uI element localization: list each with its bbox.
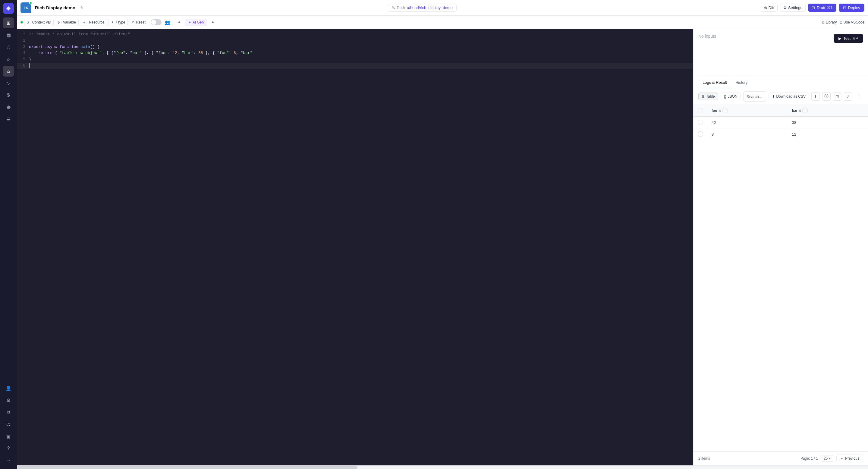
- library-icon: ⧉: [822, 20, 825, 24]
- per-page-select[interactable]: 25 ▾: [821, 455, 833, 462]
- toggle-knob: [151, 20, 156, 25]
- app-title: Rich Display demo: [35, 5, 75, 10]
- table-footer: 2 items Page: 1 / 1 25 ▾ ← Previous: [693, 451, 868, 465]
- result-toolbar-right: ⬇ ⓘ ⊡ ⤢ ⋮: [811, 92, 863, 101]
- table-row: 8 12: [693, 128, 868, 140]
- sidebar-item-variables[interactable]: $: [3, 90, 14, 101]
- sidebar-item-dashboard[interactable]: ▦: [3, 30, 14, 40]
- editor-scrollbar[interactable]: [17, 465, 868, 469]
- table-header: foo ⇅ bar ⇅: [693, 105, 868, 117]
- vscode-button[interactable]: ⊡ Use VSCode: [839, 20, 864, 24]
- right-panel: No inputs ▶ Test ⌘↵ Logs & Result Histor…: [693, 29, 868, 465]
- sidebar-item-settings[interactable]: ⚙: [3, 395, 14, 406]
- reset-button[interactable]: ↺ Reset: [129, 19, 148, 26]
- sidebar-item-eye[interactable]: ◉: [3, 431, 14, 442]
- sidebar-item-expand[interactable]: →: [3, 455, 14, 466]
- copy-icon-btn[interactable]: ⊡: [833, 92, 841, 101]
- sidebar-item-editor[interactable]: ⌂: [3, 66, 14, 76]
- toggle-switch[interactable]: [151, 19, 161, 25]
- toolbar-right: ⧉ Library ⊡ Use VSCode: [822, 20, 864, 24]
- row2-checkbox[interactable]: [698, 131, 703, 137]
- scrollbar-thumb: [17, 466, 358, 469]
- draft-button[interactable]: ⊡ Draft ⌘S: [808, 4, 836, 12]
- editor-area: 1 // import * as wmill from "windmill-cl…: [17, 29, 868, 465]
- sidebar-item-star[interactable]: ☆: [3, 41, 14, 53]
- foo-sort-icon[interactable]: ⇅: [718, 109, 721, 113]
- variable-button[interactable]: $ +Variable: [55, 19, 79, 26]
- sidebar-item-schedules[interactable]: ☰: [3, 114, 14, 125]
- user-icon[interactable]: 👥: [163, 18, 173, 27]
- sparkle-icon[interactable]: ✦: [208, 18, 217, 27]
- items-count: 2 items: [698, 456, 710, 461]
- path-bar[interactable]: ✎ Path u/henri/rich_display_demo: [388, 4, 457, 12]
- sidebar-item-resources[interactable]: ❋: [3, 102, 14, 113]
- row2-foo: 8: [707, 128, 787, 140]
- row2-bar: 12: [787, 128, 868, 140]
- foo-col-checkbox[interactable]: [722, 108, 727, 113]
- deploy-icon: ⊡: [843, 5, 846, 10]
- reset-icon: ↺: [132, 20, 135, 24]
- resource-icon: ✦: [83, 20, 86, 24]
- expand-icon-btn[interactable]: ⤢: [844, 92, 852, 101]
- resource-button[interactable]: ✦ +Resource: [80, 19, 107, 26]
- search-input[interactable]: [747, 94, 763, 99]
- sidebar-item-user[interactable]: 👤: [3, 383, 14, 394]
- tab-history[interactable]: History: [731, 77, 752, 88]
- sidebar-item-help[interactable]: ?: [3, 443, 14, 454]
- settings-button[interactable]: ⚙ Settings: [780, 4, 806, 12]
- row1-foo: 42: [707, 117, 787, 128]
- bar-col-checkbox[interactable]: [802, 108, 808, 113]
- sidebar-item-home[interactable]: ⊞: [3, 18, 14, 28]
- download-icon-btn[interactable]: ⬇: [811, 92, 820, 101]
- toolbar: $ +Context Var $ +Variable ✦ +Resource ✦…: [17, 16, 868, 29]
- sidebar: ⊞ ▦ ☆ ⌕ ⌂ ▷ $ ❋ ☰ 👤 ⚙ ⧉ 🗂 ◉ ? →: [0, 0, 17, 469]
- diff-button[interactable]: ⊕ Diff: [761, 4, 778, 12]
- previous-button[interactable]: ← Previous: [836, 455, 863, 462]
- edit-icon[interactable]: ✎: [80, 5, 84, 10]
- topbar: TS Rich Display demo ✎ ✎ Path u/henri/ri…: [17, 0, 868, 16]
- type-button[interactable]: ✦ +Type: [108, 19, 128, 26]
- test-button[interactable]: ▶ Test ⌘↵: [834, 34, 863, 43]
- path-value: u/henri/rich_display_demo: [407, 5, 453, 10]
- code-line-5: 5 }: [17, 56, 693, 63]
- code-line-3: 3 export async function main() {: [17, 44, 693, 50]
- data-table: foo ⇅ bar ⇅: [693, 105, 868, 140]
- wand-icon[interactable]: ✦: [175, 18, 184, 27]
- result-area: ⊞ Table {} JSON ⬇ Download as CSV: [693, 88, 868, 465]
- no-inputs-label: No inputs: [698, 34, 716, 39]
- code-editor[interactable]: 1 // import * as wmill from "windmill-cl…: [17, 29, 693, 465]
- sidebar-item-folder[interactable]: 🗂: [3, 419, 14, 430]
- bar-sort-icon[interactable]: ⇅: [799, 109, 801, 113]
- play-icon: ▶: [838, 36, 841, 41]
- code-line-4: 4 return { "table-row-object": [ ["foo",…: [17, 50, 693, 56]
- panel-inputs: No inputs ▶ Test ⌘↵: [693, 29, 868, 77]
- dollar-icon: $: [27, 20, 29, 24]
- sidebar-item-search[interactable]: ⌕: [3, 54, 14, 64]
- sidebar-item-integrations[interactable]: ⧉: [3, 407, 14, 418]
- ai-gen-button[interactable]: ✦ AI Gen: [185, 19, 207, 26]
- table-icon: ⊞: [702, 94, 705, 99]
- search-bar[interactable]: [743, 91, 766, 101]
- header-checkbox[interactable]: [698, 108, 703, 113]
- settings-icon: ⚙: [783, 5, 787, 10]
- arrow-left-icon: ←: [840, 456, 844, 461]
- status-dot: [29, 1, 32, 4]
- library-button[interactable]: ⧉ Library: [822, 20, 837, 24]
- info-icon-btn[interactable]: ⓘ: [822, 92, 831, 101]
- tab-logs-result[interactable]: Logs & Result: [698, 77, 731, 88]
- connection-status: [21, 21, 23, 24]
- context-var-button[interactable]: $ +Context Var: [24, 19, 54, 26]
- page-label: Page: 1 / 1: [801, 456, 818, 461]
- deploy-button[interactable]: ⊡ Deploy: [839, 4, 864, 12]
- foo-col-label: foo: [712, 108, 717, 113]
- json-view-button[interactable]: {} JSON: [721, 93, 741, 100]
- more-options-btn[interactable]: ⋮: [855, 92, 863, 101]
- sidebar-item-runs[interactable]: ▷: [3, 78, 14, 89]
- per-page-value: 25: [824, 456, 828, 461]
- table-body: 42 38 8 12: [693, 117, 868, 140]
- row1-checkbox[interactable]: [698, 120, 703, 125]
- path-label: Path: [397, 5, 405, 10]
- download-csv-button[interactable]: ⬇ Download as CSV: [769, 93, 809, 100]
- test-shortcut: ⌘↵: [852, 36, 858, 40]
- table-view-button[interactable]: ⊞ Table: [698, 93, 718, 100]
